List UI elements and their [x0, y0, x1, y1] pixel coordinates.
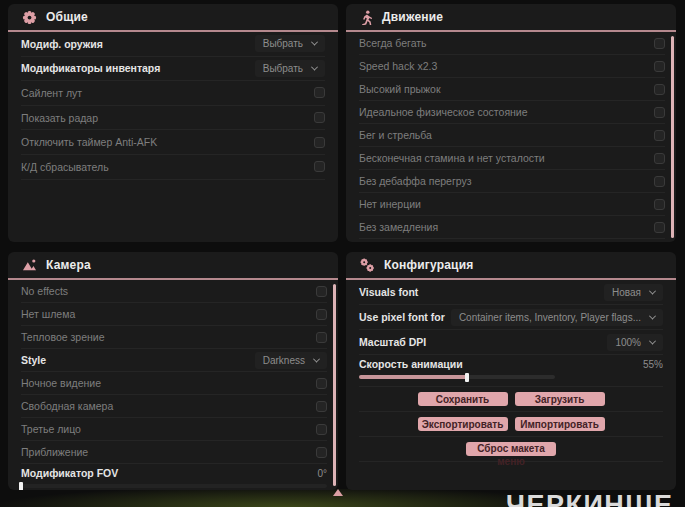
row-label: Показать радар	[21, 112, 98, 124]
button-row: ЭкспортироватьИмпортировать	[359, 412, 663, 437]
settings-row[interactable]: Бесконечная стамина и нет усталости	[359, 147, 665, 170]
checkbox[interactable]	[654, 61, 665, 72]
scrollbar[interactable]	[333, 284, 336, 486]
checkbox[interactable]	[654, 84, 665, 95]
row-label: К/Д сбрасыватель	[21, 161, 109, 173]
checkbox[interactable]	[314, 137, 325, 148]
dropdown[interactable]: Выбрать	[255, 35, 325, 52]
row-label: Приближение	[21, 446, 88, 458]
settings-row[interactable]: Отключить таймер Anti-AFK	[21, 130, 325, 155]
settings-row: Модификаторы инвентаряВыбрать	[21, 57, 325, 82]
settings-row[interactable]: Без замедления	[359, 216, 665, 239]
settings-row[interactable]: Высокий прыжок	[359, 78, 665, 101]
settings-row[interactable]: Идеальное физическое состояние	[359, 101, 665, 124]
row-label: Сайлент лут	[21, 87, 82, 99]
dropdown[interactable]: Darkness	[255, 352, 327, 369]
settings-row[interactable]: Приближение	[21, 441, 327, 464]
checkbox[interactable]	[654, 153, 665, 164]
mod-menu-overlay: ЧЕРКИНШЕ ОбщиеМодиф. оружияВыбратьМодифи…	[0, 0, 685, 507]
settings-row[interactable]: Нет шлема	[21, 303, 327, 326]
settings-row: Модиф. оружияВыбрать	[21, 32, 325, 57]
settings-row[interactable]: Всегда бегать	[359, 32, 665, 55]
row-label: Отключить таймер Anti-AFK	[21, 136, 157, 148]
row-label: Visuals font	[359, 286, 418, 298]
slider-handle[interactable]	[465, 373, 469, 382]
panel-config: КонфигурацияVisuals fontНоваяUse pixel f…	[346, 252, 676, 490]
slider[interactable]	[359, 375, 555, 379]
panel-title: Движение	[382, 10, 443, 24]
settings-row[interactable]: Без дебаффа перегруз	[359, 170, 665, 193]
panel-body: Всегда бегатьSpeed hack x2.3Высокий прыж…	[346, 32, 676, 239]
panel-resize-handle[interactable]	[333, 489, 343, 496]
row-label: Идеальное физическое состояние	[359, 106, 528, 118]
checkbox[interactable]	[314, 112, 325, 123]
button-row: СохранитьЗагрузить	[359, 387, 663, 412]
settings-row[interactable]: Нет инерции	[359, 193, 665, 216]
dropdown-value: Выбрать	[263, 38, 303, 49]
slider-labels: Скорость анимации55%	[359, 357, 663, 371]
settings-row[interactable]: Сайлент лут	[21, 81, 325, 106]
row-label: Без дебаффа перегруз	[359, 175, 472, 187]
dropdown[interactable]: Выбрать	[255, 60, 325, 77]
row-label: Style	[21, 354, 46, 366]
settings-row[interactable]: Тепловое зрение	[21, 326, 327, 349]
dropdown-value: Выбрать	[263, 63, 303, 74]
checkbox[interactable]	[316, 401, 327, 412]
row-label: Нет инерции	[359, 198, 421, 210]
action-button[interactable]: Загрузить	[515, 392, 605, 406]
slider-row: Модификатор FOV0°	[21, 464, 327, 490]
settings-row[interactable]: Speed hack x2.3	[359, 55, 665, 78]
slider-value: 55%	[643, 359, 663, 370]
checkbox[interactable]	[654, 199, 665, 210]
checkbox[interactable]	[654, 107, 665, 118]
row-label: Модиф. оружия	[21, 38, 103, 50]
action-button[interactable]: Сброс макета меню	[466, 442, 556, 456]
chevron-down-icon	[311, 39, 318, 46]
panel-header: Конфигурация	[346, 252, 676, 280]
checkbox[interactable]	[654, 38, 665, 49]
checkbox[interactable]	[316, 286, 327, 297]
row-label: Нет шлема	[21, 308, 75, 320]
row-label: Тепловое зрение	[21, 331, 105, 343]
settings-row: StyleDarkness	[21, 349, 327, 372]
chevron-down-icon	[649, 312, 656, 319]
checkbox[interactable]	[316, 309, 327, 320]
settings-row[interactable]: Третье лицо	[21, 418, 327, 441]
location-text: ЧЕРКИНШЕ	[506, 492, 674, 507]
checkbox[interactable]	[654, 130, 665, 141]
scrollbar[interactable]	[671, 36, 674, 238]
panel-header: Камера	[8, 252, 338, 280]
panel-movement: ДвижениеВсегда бегатьSpeed hack x2.3Высо…	[346, 4, 676, 242]
runner-icon	[360, 10, 373, 25]
checkbox[interactable]	[316, 378, 327, 389]
settings-row[interactable]: No effects	[21, 280, 327, 303]
checkbox[interactable]	[316, 332, 327, 343]
row-label: Высокий прыжок	[359, 83, 441, 95]
action-button[interactable]: Экспортировать	[418, 417, 508, 431]
slider[interactable]	[21, 484, 327, 488]
settings-row[interactable]: К/Д сбрасыватель	[21, 155, 325, 180]
checkbox[interactable]	[316, 447, 327, 458]
settings-row[interactable]: Ночное видение	[21, 372, 327, 395]
settings-row[interactable]: Бег и стрельба	[359, 124, 665, 147]
checkbox[interactable]	[654, 222, 665, 233]
settings-row[interactable]: Показать радар	[21, 106, 325, 131]
checkbox[interactable]	[314, 87, 325, 98]
row-label: Скорость анимации	[359, 358, 463, 370]
dropdown[interactable]: Container items, Inventory, Player flags…	[451, 309, 663, 326]
chevron-down-icon	[649, 337, 656, 344]
dropdown[interactable]: Новая	[604, 284, 663, 301]
dropdown[interactable]: 100%	[607, 334, 663, 351]
dropdown-value: Darkness	[263, 355, 305, 366]
settings-row[interactable]: Свободная камера	[21, 395, 327, 418]
action-button[interactable]: Сохранить	[418, 392, 508, 406]
slider-handle[interactable]	[19, 482, 23, 491]
chevron-down-icon	[311, 63, 318, 70]
chevron-down-icon	[649, 287, 656, 294]
checkbox[interactable]	[314, 161, 325, 172]
checkbox[interactable]	[316, 424, 327, 435]
checkbox[interactable]	[654, 176, 665, 187]
chevron-down-icon	[313, 355, 320, 362]
row-label: No effects	[21, 285, 68, 297]
action-button[interactable]: Импортировать	[515, 417, 605, 431]
